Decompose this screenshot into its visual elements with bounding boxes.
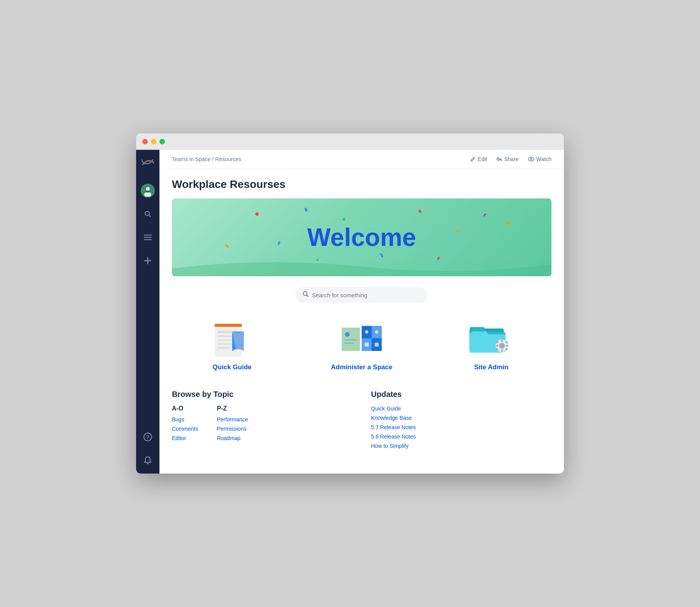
sidebar: ? (136, 150, 159, 474)
updates-list: Quick Guide Knowledge Base 5.7 Release N… (371, 405, 551, 449)
svg-rect-26 (344, 339, 357, 340)
list-item: Permissions (217, 425, 248, 432)
update-link-knowledge-base[interactable]: Knowledge Base (371, 415, 412, 421)
administer-space-icon (338, 320, 385, 359)
svg-rect-27 (344, 343, 354, 344)
topic-link-comments[interactable]: Comments (172, 426, 198, 432)
update-link-quick-guide[interactable]: Quick Guide (371, 405, 401, 412)
quick-guide-card[interactable]: Quick Guide (172, 315, 292, 376)
pencil-icon (470, 156, 476, 162)
update-link-simplify[interactable]: How to Simplify (371, 443, 408, 449)
svg-point-33 (365, 330, 369, 334)
svg-point-14 (530, 158, 532, 160)
svg-rect-47 (506, 345, 508, 347)
list-item: How to Simplify (371, 442, 551, 449)
svg-point-3 (146, 190, 150, 193)
svg-point-34 (375, 330, 378, 334)
list-item: Editor (172, 435, 198, 442)
welcome-text: Welcome (307, 223, 416, 252)
topic-list-pz: Performance Permissions Roadmap (217, 416, 248, 442)
topic-heading-ao: A-O (172, 405, 198, 412)
topic-link-bugs[interactable]: Bugs (172, 416, 184, 423)
topic-link-performance[interactable]: Performance (217, 416, 248, 423)
edit-button[interactable]: Edit (470, 156, 487, 162)
svg-rect-36 (374, 343, 378, 347)
topic-link-roadmap[interactable]: Roadmap (217, 435, 241, 441)
site-admin-label: Site Admin (474, 363, 508, 371)
watch-button[interactable]: Watch (528, 156, 551, 162)
site-admin-icon (468, 320, 514, 359)
list-item: Roadmap (217, 435, 248, 442)
sidebar-create-icon[interactable] (141, 254, 155, 268)
update-link-56-release[interactable]: 5.6 Release Notes (371, 433, 416, 440)
user-avatar[interactable] (141, 184, 155, 198)
share-icon (496, 156, 502, 162)
svg-point-43 (499, 343, 505, 349)
page-content: Workplace Resourses (159, 169, 564, 474)
sidebar-notifications-icon[interactable] (141, 453, 155, 467)
page-title: Workplace Resourses (172, 178, 551, 191)
svg-line-16 (306, 295, 308, 296)
minimize-button[interactable] (151, 139, 156, 144)
topics-grid: A-O Bugs Comments Editor P-Z Pe (172, 405, 352, 444)
close-button[interactable] (142, 139, 148, 144)
top-actions: Edit Share Watch (470, 156, 551, 162)
breadcrumb: Teams in Space / Resources (172, 156, 241, 162)
topic-col-ao: A-O Bugs Comments Editor (172, 405, 198, 444)
cards-row: Quick Guide (172, 315, 551, 376)
administer-space-card[interactable]: Administer a Space (301, 315, 422, 376)
maximize-button[interactable] (159, 139, 165, 144)
search-container (172, 287, 551, 303)
confetti (304, 207, 308, 212)
update-link-57-release[interactable]: 5.7 Release Notes (371, 424, 416, 430)
eye-icon (528, 157, 534, 161)
topic-col-pz: P-Z Performance Permissions Roadmap (217, 405, 248, 444)
confetti (278, 241, 281, 245)
sidebar-menu-icon[interactable] (141, 230, 155, 244)
svg-point-25 (345, 332, 350, 337)
top-bar: Teams in Space / Resources Edit Share (159, 150, 564, 169)
svg-line-5 (149, 215, 151, 217)
svg-rect-45 (501, 349, 503, 352)
confetti (457, 230, 459, 232)
updates-title: Updates (371, 390, 551, 399)
svg-point-13 (528, 157, 534, 161)
list-item: Comments (172, 425, 198, 432)
svg-rect-23 (217, 347, 229, 349)
welcome-banner: Welcome (172, 198, 551, 276)
search-input[interactable] (312, 292, 421, 298)
sidebar-search-icon[interactable] (141, 207, 155, 221)
confetti (225, 244, 229, 248)
svg-text:?: ? (146, 434, 149, 440)
topic-list-ao: Bugs Comments Editor (172, 416, 198, 442)
confetti (483, 213, 487, 217)
svg-rect-21 (217, 339, 233, 341)
list-item: Quick Guide (371, 405, 551, 412)
browse-topics-title: Browse by Topic (172, 390, 352, 399)
topic-link-editor[interactable]: Editor (172, 435, 186, 441)
list-item: Knowledge Base (371, 414, 551, 421)
updates-section: Updates Quick Guide Knowledge Base 5.7 R… (371, 390, 551, 452)
share-button[interactable]: Share (496, 156, 518, 162)
confetti (255, 212, 259, 216)
list-item: Bugs (172, 416, 198, 423)
main-content: Teams in Space / Resources Edit Share (159, 150, 564, 474)
administer-space-label: Administer a Space (331, 363, 392, 371)
confluence-logo[interactable] (142, 156, 154, 171)
topic-link-permissions[interactable]: Permissions (217, 426, 247, 432)
title-bar (136, 133, 564, 150)
confetti (506, 221, 510, 226)
site-admin-card[interactable]: Site Admin (431, 315, 551, 376)
quick-guide-label: Quick Guide (213, 363, 252, 371)
topic-heading-pz: P-Z (217, 405, 248, 412)
svg-rect-35 (365, 343, 369, 347)
app-window: ? Teams in Space / Resources (136, 133, 564, 474)
svg-rect-18 (215, 324, 242, 327)
svg-rect-44 (501, 339, 503, 342)
svg-rect-46 (495, 345, 498, 347)
list-item: 5.7 Release Notes (371, 424, 551, 431)
sidebar-help-icon[interactable]: ? (141, 430, 155, 444)
search-bar[interactable] (296, 287, 428, 303)
list-item: 5.6 Release Notes (371, 433, 551, 440)
quick-guide-icon (209, 320, 256, 359)
